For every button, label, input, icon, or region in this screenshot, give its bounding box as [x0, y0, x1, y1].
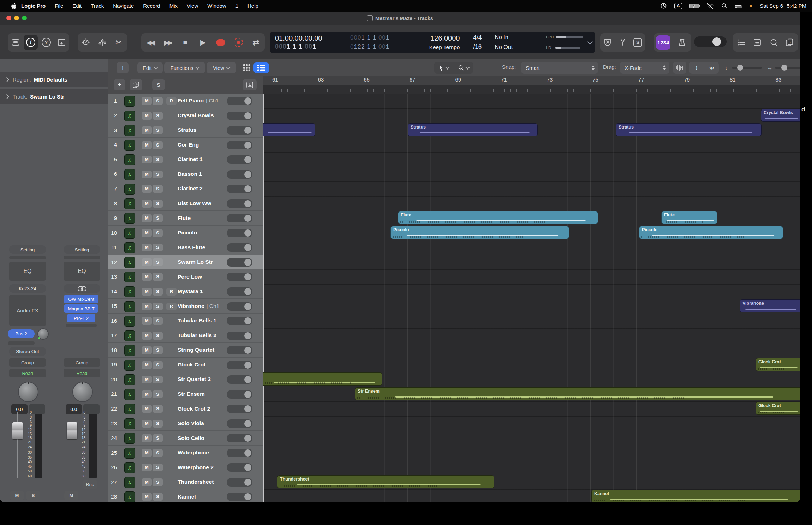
track-mute-button[interactable]: M: [142, 171, 152, 178]
track-solo-button[interactable]: S: [153, 332, 163, 340]
track-row-17[interactable]: 17♫MSTubular Bells 2: [108, 328, 263, 343]
track-solo-button[interactable]: S: [152, 79, 165, 90]
add-track-button[interactable]: +: [114, 79, 125, 90]
midi-track-icon[interactable]: ♫: [124, 433, 135, 444]
track-name[interactable]: Str Quartet 2: [178, 372, 211, 387]
apple-menu-icon[interactable]: [11, 2, 17, 10]
track-solo-button[interactable]: S: [153, 493, 163, 501]
midi-region-str-ensem[interactable]: Str Ensem: [355, 387, 800, 400]
midi-track-icon[interactable]: ♫: [124, 154, 135, 165]
empty-plugin-slot[interactable]: [66, 324, 97, 327]
lcd-time-position[interactable]: 01:00:00:00.00 0001 1 1 001: [270, 32, 345, 53]
tuner-icon[interactable]: [616, 35, 630, 50]
track-name[interactable]: Glock Crot 2: [178, 401, 210, 416]
solo-button[interactable]: S: [26, 491, 40, 500]
track-mute-button[interactable]: M: [142, 200, 152, 208]
midi-region-piccolo[interactable]: Piccolo: [639, 226, 783, 239]
track-mute-button[interactable]: M: [142, 214, 152, 222]
track-mute-button[interactable]: M: [142, 141, 152, 149]
track-mute-button[interactable]: M: [142, 112, 152, 120]
track-mute-button[interactable]: M: [142, 376, 152, 383]
mute-button[interactable]: M: [64, 491, 78, 500]
spotlight-icon[interactable]: [721, 2, 727, 10]
empty-slot[interactable]: [64, 256, 100, 259]
midi-region-vibrahone[interactable]: Vibrahone: [740, 299, 800, 312]
track-row-20[interactable]: 20♫MSStr Quartet 2: [108, 372, 263, 387]
track-record-button[interactable]: R: [166, 97, 177, 105]
track-solo-button[interactable]: S: [153, 97, 163, 105]
midi-track-icon[interactable]: ♫: [124, 125, 135, 136]
midi-region-glock-crot[interactable]: Glock Crot: [756, 402, 800, 415]
midi-track-icon[interactable]: ♫: [124, 360, 135, 371]
pan-knob[interactable]: [18, 382, 38, 402]
track-row-12[interactable]: 12♫MSSwarm Lo Str: [108, 255, 263, 270]
ruler-ticks[interactable]: [263, 85, 800, 94]
menubar-date[interactable]: Sat Sep 6: [760, 3, 783, 9]
track-mute-button[interactable]: M: [142, 332, 152, 340]
count-in-button[interactable]: 1234: [656, 35, 670, 50]
midi-region-piccolo[interactable]: Piccolo: [390, 226, 569, 239]
track-solo-button[interactable]: S: [153, 200, 163, 208]
track-row-5[interactable]: 5♫MSClarinet 1: [108, 152, 263, 167]
track-name[interactable]: Waterphone 2: [178, 460, 214, 475]
track-mute-button[interactable]: M: [142, 288, 152, 296]
duplicate-track-button[interactable]: [130, 79, 142, 90]
setting-button[interactable]: Setting: [64, 245, 100, 254]
lcd-locators[interactable]: 0001 1 1 001 0122 1 1 001: [345, 32, 414, 53]
menubar-time[interactable]: 5:42 PM: [787, 3, 806, 9]
midi-region-glock-crot[interactable]: Glock Crot: [756, 358, 800, 371]
track-name[interactable]: Tubular Bells 1: [178, 314, 216, 328]
track-solo-button[interactable]: S: [153, 420, 163, 428]
automation-mode-slot[interactable]: Read: [64, 369, 100, 377]
mute-button[interactable]: M: [10, 491, 24, 500]
track-name[interactable]: Glock Crot: [178, 358, 205, 372]
track-name[interactable]: Bass Flute: [178, 240, 205, 255]
record-icon[interactable]: [214, 35, 228, 50]
menubar-app-name[interactable]: Logic Pro: [21, 3, 46, 9]
lcd-beats[interactable]: 0001 1 1 001: [275, 43, 345, 50]
track-record-button[interactable]: R: [166, 303, 177, 310]
plugin-slot[interactable]: Magma BB T: [64, 304, 98, 313]
track-mute-button[interactable]: M: [142, 156, 152, 163]
track-name[interactable]: Piccolo: [178, 226, 197, 240]
smart-controls-icon[interactable]: [79, 35, 93, 50]
arrange-menu-edit[interactable]: Edit: [137, 62, 163, 73]
track-row-27[interactable]: 27♫MSThundersheet: [108, 475, 263, 490]
track-solo-button[interactable]: S: [153, 346, 163, 354]
toolbar-toggle-icon[interactable]: [54, 35, 68, 50]
setting-button[interactable]: Setting: [9, 245, 46, 254]
midi-fx-slot[interactable]: Ko23-24: [9, 284, 46, 293]
track-name[interactable]: Solo Viola: [178, 416, 204, 431]
track-name[interactable]: Clarinet 1: [178, 152, 203, 167]
track-name[interactable]: Waterphone: [178, 446, 209, 460]
midi-track-icon[interactable]: ♫: [124, 184, 135, 195]
track-name[interactable]: Solo Cello: [178, 431, 204, 445]
track-on-off-toggle[interactable]: [227, 361, 252, 369]
plugin-slot[interactable]: Pro-L 2: [67, 314, 95, 322]
eq-slot[interactable]: EQ: [9, 262, 46, 281]
track-mute-button[interactable]: M: [142, 361, 152, 369]
midi-region-thundersheet[interactable]: Thundersheet: [277, 475, 494, 488]
track-mute-button[interactable]: M: [142, 478, 152, 486]
track-solo-button[interactable]: S: [153, 229, 163, 237]
track-row-10[interactable]: 10♫MSPiccolo: [108, 226, 263, 240]
track-on-off-toggle[interactable]: [227, 478, 252, 487]
midi-track-icon[interactable]: ♫: [124, 477, 135, 488]
track-on-off-toggle[interactable]: [227, 346, 252, 354]
grid-view-button[interactable]: [241, 62, 252, 73]
track-on-off-toggle[interactable]: [227, 287, 252, 296]
track-row-1[interactable]: 1♫MSRFelt Piano| Ch1: [108, 94, 263, 108]
loop-browser-icon[interactable]: [766, 35, 781, 50]
eq-slot[interactable]: EQ: [64, 262, 100, 281]
track-row-24[interactable]: 24♫MSSolo Cello: [108, 431, 263, 446]
menubar-menu-view[interactable]: View: [187, 3, 198, 9]
track-mute-button[interactable]: M: [142, 317, 152, 325]
pan-knob[interactable]: [72, 382, 93, 402]
arrange-menu-functions[interactable]: Functions: [164, 62, 205, 73]
group-slot[interactable]: Group: [64, 358, 100, 367]
track-solo-button[interactable]: S: [153, 288, 163, 296]
track-solo-button[interactable]: S: [153, 434, 163, 442]
media-browser-icon[interactable]: ♪: [783, 35, 797, 50]
midi-track-icon[interactable]: ♫: [124, 198, 135, 209]
track-solo-button[interactable]: S: [153, 185, 163, 193]
